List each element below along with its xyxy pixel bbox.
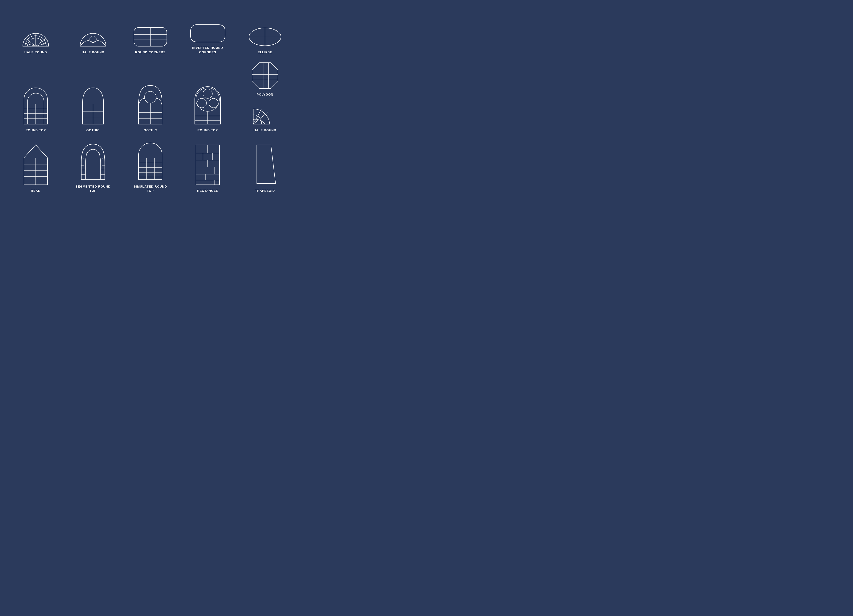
label-gothic-2: GOTHIC <box>144 128 157 132</box>
cell-polygon-halfround: POLYGON HALF ROUND <box>239 59 291 135</box>
label-polygon: POLYGON <box>257 92 273 97</box>
label-round-corners: ROUND CORNERS <box>135 50 165 54</box>
cell-gothic-2: GOTHIC <box>124 59 177 135</box>
label-ellipse: ELLIPSE <box>258 50 272 54</box>
cell-simulated-round-top: SIMULATED ROUNDTOP <box>124 137 177 195</box>
svg-point-29 <box>196 88 219 111</box>
shapes-grid: HALF ROUND HALF ROUND ROUND CORNERS <box>0 14 301 202</box>
cell-half-round-1: HALF ROUND <box>9 21 62 57</box>
cell-reak: REAK <box>9 137 62 195</box>
svg-marker-37 <box>252 63 278 88</box>
label-half-round-1: HALF ROUND <box>24 50 47 54</box>
cell-half-round-2: HALF ROUND <box>67 21 119 57</box>
svg-point-6 <box>90 36 96 42</box>
cell-rectangle: RECTANGLE <box>181 137 234 195</box>
cell-gothic-1: GOTHIC <box>67 59 119 135</box>
cell-round-corners: ROUND CORNERS <box>124 21 177 57</box>
label-round-top-2: ROUND TOP <box>197 128 218 132</box>
svg-line-2 <box>36 38 46 46</box>
svg-line-42 <box>253 109 261 124</box>
label-rectangle: RECTANGLE <box>197 189 218 193</box>
cell-ellipse: ELLIPSE <box>239 21 291 57</box>
cell-round-top-1: ROUND TOP <box>9 59 62 135</box>
svg-point-24 <box>144 91 156 103</box>
label-gothic-1: GOTHIC <box>87 128 100 132</box>
label-segmented-round-top: SEGMENTED ROUNDTOP <box>76 185 111 193</box>
label-reak: REAK <box>31 189 41 193</box>
svg-line-1 <box>25 38 36 46</box>
label-simulated-round-top: SIMULATED ROUNDTOP <box>134 185 167 193</box>
svg-point-32 <box>209 98 218 108</box>
cell-segmented-round-top: SEGMENTED ROUNDTOP <box>67 137 119 195</box>
label-trapezoid: TRAPEZOID <box>255 189 275 193</box>
svg-point-30 <box>203 89 212 98</box>
svg-point-31 <box>197 98 206 108</box>
cell-round-top-2: ROUND TOP <box>181 59 234 135</box>
cell-inverted-round-corners: INVERTED ROUNDCORNERS <box>181 21 234 57</box>
label-half-round-2: HALF ROUND <box>82 50 104 54</box>
label-half-round-3: HALF ROUND <box>254 128 276 132</box>
label-round-top-1: ROUND TOP <box>25 128 46 132</box>
cell-trapezoid: TRAPEZOID <box>239 137 291 195</box>
